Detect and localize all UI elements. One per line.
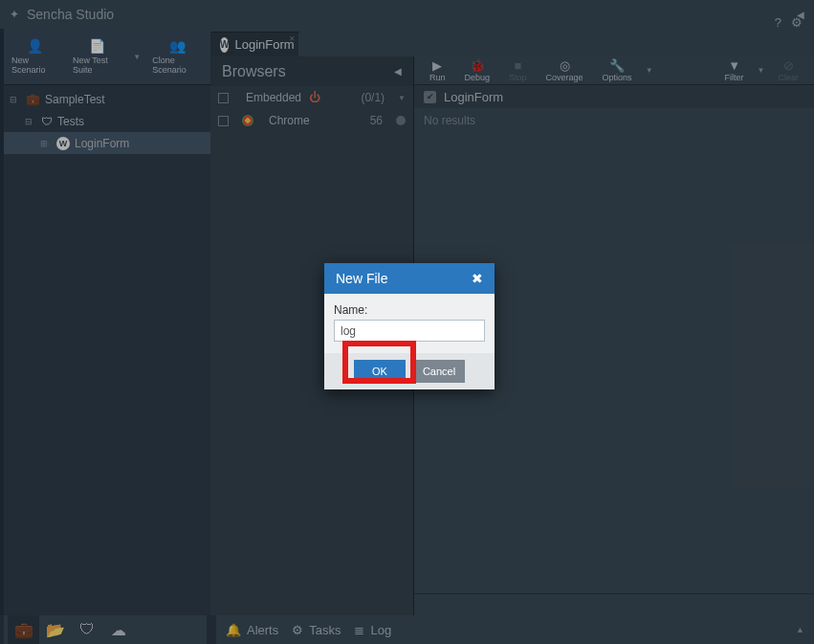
- dialog-header: New File ✖: [324, 263, 495, 294]
- dialog-title: New File: [336, 271, 387, 286]
- dialog-footer: OK Cancel: [324, 353, 495, 389]
- ok-button[interactable]: OK: [354, 360, 406, 383]
- close-icon[interactable]: ✖: [472, 271, 483, 286]
- name-label: Name:: [334, 303, 485, 317]
- name-input[interactable]: [334, 320, 485, 342]
- new-file-dialog: New File ✖ Name: OK Cancel: [324, 263, 495, 389]
- dialog-body: Name:: [324, 294, 495, 353]
- cancel-button[interactable]: Cancel: [413, 360, 465, 383]
